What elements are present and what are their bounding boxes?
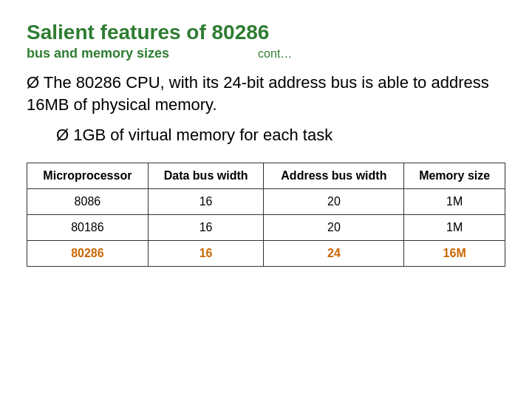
table-cell: 20 xyxy=(264,189,404,215)
table-row: 8018616201M xyxy=(27,215,505,241)
table-cell: 16 xyxy=(148,189,264,215)
comparison-table: Microprocessor Data bus width Address bu… xyxy=(27,163,505,267)
slide-subtitle: bus and memory sizes xyxy=(27,46,169,61)
table-cell: 20 xyxy=(264,215,404,241)
table-cell: 1M xyxy=(404,189,505,215)
bullet-sub: Ø 1GB of virtual memory for each task xyxy=(56,126,505,145)
table-header-row: Microprocessor Data bus width Address bu… xyxy=(27,163,505,189)
table-row: 80286162416M xyxy=(27,241,505,267)
col-header-memory-size: Memory size xyxy=(404,163,505,189)
cont-label: cont… xyxy=(258,47,292,61)
table-cell: 80286 xyxy=(27,241,149,267)
slide-title: Salient features of 80286 xyxy=(27,21,505,44)
table-cell: 1M xyxy=(404,215,505,241)
table-cell: 80186 xyxy=(27,215,149,241)
col-header-address-bus: Address bus width xyxy=(264,163,404,189)
subtitle-row: bus and memory sizes cont… xyxy=(27,46,505,61)
slide: Salient features of 80286 bus and memory… xyxy=(0,0,532,399)
table-cell: 24 xyxy=(264,241,404,267)
col-header-data-bus: Data bus width xyxy=(148,163,264,189)
table-cell: 16 xyxy=(148,215,264,241)
col-header-microprocessor: Microprocessor xyxy=(27,163,149,189)
table-cell: 8086 xyxy=(27,189,149,215)
table-row: 808616201M xyxy=(27,189,505,215)
bullet-main: Ø The 80286 CPU, with its 24-bit address… xyxy=(27,72,505,115)
table-cell: 16 xyxy=(148,241,264,267)
table-cell: 16M xyxy=(404,241,505,267)
